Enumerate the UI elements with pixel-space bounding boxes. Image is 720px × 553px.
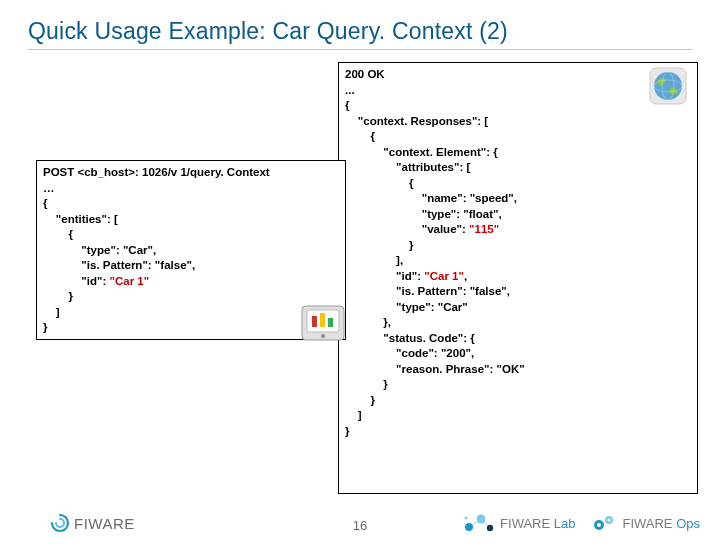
svg-rect-6 — [312, 316, 317, 327]
response-code-box: 200 OK ... { "context. Responses": [ { "… — [338, 62, 698, 494]
req-l11: } — [43, 321, 47, 333]
fiware-lab-logo: FIWARE Lab — [463, 513, 575, 533]
resp-l6: "context. Element": { — [345, 146, 498, 158]
content-area: 200 OK ... { "context. Responses": [ { "… — [28, 60, 692, 500]
ops-prefix: FIWARE — [622, 516, 676, 531]
fiware-logo: FIWARE — [50, 513, 135, 533]
slide-title: Quick Usage Example: Car Query. Context … — [28, 18, 692, 50]
svg-point-17 — [597, 523, 601, 527]
req-l9: } — [43, 290, 73, 302]
footer: FIWARE FIWARE Lab — [0, 503, 720, 543]
resp-l2: ... — [345, 84, 355, 96]
resp-l11b-value: "115" — [469, 223, 499, 235]
molecule-icon — [463, 513, 495, 533]
fiware-ops-text: FIWARE Ops — [622, 516, 700, 531]
resp-l16: "type": "Car" — [345, 301, 468, 313]
device-icon — [298, 300, 348, 346]
fiware-lab-text: FIWARE Lab — [500, 516, 575, 531]
resp-l21: } — [345, 378, 388, 390]
svg-point-13 — [465, 517, 468, 520]
svg-line-15 — [484, 522, 488, 526]
resp-l14a: "id": — [345, 270, 424, 282]
resp-l7: "attributes": [ — [345, 161, 470, 173]
req-l3: { — [43, 197, 47, 209]
req-l4: "entities": [ — [43, 213, 118, 225]
req-l5: { — [43, 228, 73, 240]
resp-l14b-id: "Car 1" — [424, 270, 464, 282]
req-l8a: "id": — [43, 275, 110, 287]
req-l2: … — [43, 182, 55, 194]
resp-l12: } — [345, 239, 413, 251]
resp-l13: ], — [345, 254, 403, 266]
footer-right-logos: FIWARE Lab FIWARE Ops — [463, 513, 700, 533]
slide: Quick Usage Example: Car Query. Context … — [0, 0, 720, 553]
svg-point-9 — [321, 334, 325, 338]
resp-l22: } — [345, 394, 375, 406]
resp-l10: "type": "float", — [345, 208, 502, 220]
resp-l1: 200 OK — [345, 68, 385, 80]
resp-l11a: "value": — [345, 223, 469, 235]
req-l10: ] — [43, 306, 60, 318]
svg-line-14 — [472, 521, 478, 525]
resp-l20: "reason. Phrase": "OK" — [345, 363, 525, 375]
resp-l14c: , — [464, 270, 467, 282]
resp-l5: { — [345, 130, 375, 142]
svg-rect-8 — [328, 318, 333, 327]
resp-l15: "is. Pattern": "false", — [345, 285, 510, 297]
globe-icon — [646, 64, 690, 108]
req-l6: "type": "Car", — [43, 244, 156, 256]
lab-suffix: Lab — [554, 516, 576, 531]
lab-prefix: FIWARE — [500, 516, 554, 531]
resp-l9: "name": "speed", — [345, 192, 517, 204]
req-l8b-id: "Car 1" — [110, 275, 150, 287]
gears-icon — [591, 513, 617, 533]
req-l7: "is. Pattern": "false", — [43, 259, 195, 271]
req-l1: POST <cb_host>: 1026/v 1/query. Context — [43, 166, 270, 178]
fiware-swirl-icon — [50, 513, 70, 533]
fiware-logo-text: FIWARE — [74, 515, 135, 532]
resp-l8: { — [345, 177, 413, 189]
resp-l4: "context. Responses": [ — [345, 115, 488, 127]
resp-l24: } — [345, 425, 349, 437]
resp-l18: "status. Code": { — [345, 332, 475, 344]
ops-suffix: Ops — [676, 516, 700, 531]
resp-l19: "code": "200", — [345, 347, 474, 359]
svg-rect-7 — [320, 313, 325, 327]
resp-l17: }, — [345, 316, 391, 328]
svg-point-10 — [465, 523, 473, 531]
svg-point-1 — [654, 72, 682, 100]
fiware-ops-logo: FIWARE Ops — [591, 513, 700, 533]
resp-l23: ] — [345, 409, 362, 421]
resp-l3: { — [345, 99, 349, 111]
svg-point-19 — [608, 519, 611, 522]
